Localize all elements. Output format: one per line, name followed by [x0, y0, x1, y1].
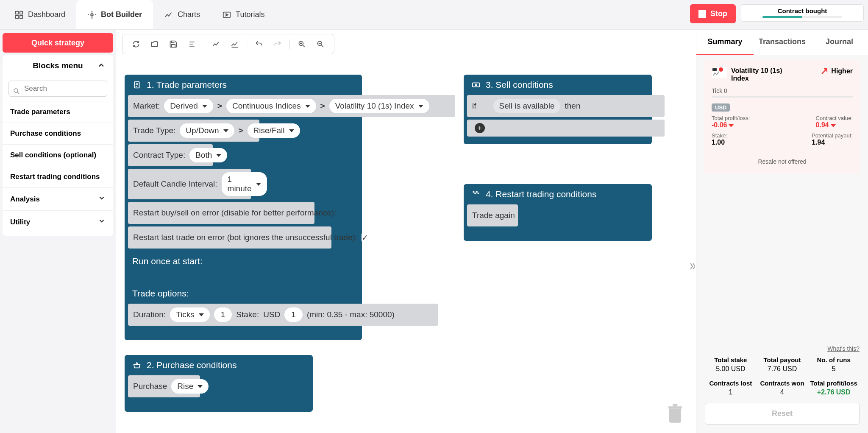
svg-rect-1 [20, 11, 22, 14]
trade-type-select-2[interactable]: Rise/Fall [248, 123, 300, 138]
market-select-1[interactable]: Derived [164, 99, 213, 113]
line-chart-button[interactable] [208, 36, 225, 53]
pl-value: -0.06 [712, 121, 750, 129]
index-badge-icon [712, 67, 727, 78]
tab-summary[interactable]: Summary [696, 30, 754, 55]
quick-strategy-button[interactable]: Quick strategy [3, 33, 113, 53]
duration-value[interactable]: 1 [214, 307, 232, 322]
status-box: Contract bought [741, 4, 864, 22]
trash-icon[interactable] [666, 402, 684, 425]
tab-charts[interactable]: Charts [153, 0, 211, 29]
redo-button[interactable] [269, 36, 286, 53]
block-trade-parameters[interactable]: 1. Trade parameters Market: Derived > Co… [125, 75, 362, 340]
collapse-handle[interactable] [688, 262, 695, 272]
svg-rect-14 [474, 193, 476, 194]
currency-badge: USD [712, 103, 730, 112]
stake-label: Stake: [236, 310, 259, 319]
if-label: if [472, 101, 476, 111]
right-tabs: Summary Transactions Journal [696, 30, 868, 55]
tab-tutorials[interactable]: Tutorials [211, 0, 275, 29]
undo-button[interactable] [250, 36, 267, 53]
tab-journal[interactable]: Journal [811, 30, 868, 55]
restart-last-checkbox[interactable]: ✓ [362, 232, 368, 243]
payout-label: Potential payout: [812, 132, 853, 139]
zoom-out-button[interactable] [312, 36, 329, 53]
arrow-up-icon [820, 67, 829, 75]
market-select-2[interactable]: Continuous Indices [226, 99, 316, 113]
area-chart-button[interactable] [226, 36, 243, 53]
trade-type-label: Trade Type: [133, 126, 175, 135]
restart-last-label: Restart last trade on error (bot ignores… [133, 233, 357, 242]
chevron-down-icon [98, 194, 106, 204]
block-sell-conditions[interactable]: 3. Sell conditions if Sell is available … [464, 75, 652, 144]
svg-rect-13 [476, 191, 478, 193]
candle-label: Default Candle Interval: [133, 179, 217, 189]
svg-rect-16 [712, 68, 717, 71]
zoom-in-button[interactable] [293, 36, 310, 53]
block-purchase-conditions[interactable]: 2. Purchase conditions Purchase Rise [125, 355, 313, 412]
menu-analysis[interactable]: Analysis [3, 187, 113, 210]
list-button[interactable] [184, 36, 200, 53]
menu-utility[interactable]: Utility [3, 210, 113, 233]
market-select-3[interactable]: Volatility 10 (1s) Index [329, 99, 429, 113]
index-title: Volatility 10 (1s) Index [731, 67, 790, 82]
payout-value: 1.94 [812, 139, 853, 146]
stake-currency: USD [263, 310, 280, 319]
flag-icon [471, 190, 481, 199]
open-button[interactable] [146, 36, 163, 53]
top-nav: Dashboard Bot Builder Charts Tutorials S… [0, 0, 868, 29]
sell-condition[interactable]: Sell is available [493, 99, 561, 113]
svg-rect-10 [473, 83, 480, 87]
block-title: 1. Trade parameters [147, 80, 227, 90]
tab-label: Tutorials [236, 10, 264, 19]
blocks-menu-title: Blocks menu [33, 61, 83, 70]
money-icon [471, 80, 481, 89]
reset-button[interactable]: Reset [705, 403, 860, 425]
tick-label: Tick 0 [712, 87, 853, 94]
menu-restart[interactable]: Restart trading conditions [3, 166, 113, 187]
menu-purchase-conditions[interactable]: Purchase conditions [3, 123, 113, 144]
save-button[interactable] [165, 36, 182, 53]
market-label: Market: [133, 101, 160, 111]
add-condition-button[interactable]: + [475, 123, 485, 133]
candle-select[interactable]: 1 minute [222, 172, 267, 196]
svg-rect-12 [473, 191, 475, 193]
menu-sell-conditions[interactable]: Sell conditions (optional) [3, 144, 113, 166]
tab-transactions[interactable]: Transactions [754, 30, 811, 55]
svg-point-11 [475, 84, 477, 86]
pl-label: Total profit/loss: [712, 115, 750, 121]
stop-label: Stop [710, 9, 727, 18]
right-panel: Summary Transactions Journal Volatility … [696, 30, 868, 433]
block-restart-conditions[interactable]: 4. Restart trading conditions Trade agai… [464, 184, 652, 241]
stop-button[interactable]: Stop [690, 4, 736, 23]
bottom-stats: What's this? Total stake5.00 USD Total p… [696, 339, 868, 433]
contract-type-select[interactable]: Both [189, 148, 227, 162]
svg-rect-2 [16, 15, 18, 18]
trade-options-header: Trade options: [125, 283, 362, 304]
direction-label: Higher [831, 67, 853, 75]
tab-bot-builder[interactable]: Bot Builder [76, 0, 153, 29]
purchase-select[interactable]: Rise [171, 379, 209, 394]
canvas[interactable]: 1. Trade parameters Market: Derived > Co… [116, 30, 696, 433]
search-input[interactable] [8, 81, 107, 97]
tab-dashboard[interactable]: Dashboard [3, 0, 76, 29]
menu-trade-parameters[interactable]: Trade parameters [3, 101, 113, 123]
clipboard-icon [132, 80, 142, 89]
duration-unit-select[interactable]: Ticks [170, 307, 210, 322]
block-title: 3. Sell conditions [486, 80, 553, 90]
run-once-header: Run once at start: [125, 251, 362, 271]
left-panel: Quick strategy Blocks menu Trade paramet… [0, 30, 116, 433]
svg-rect-3 [20, 15, 22, 18]
tab-label: Dashboard [28, 10, 65, 19]
stake-value[interactable]: 1 [284, 307, 303, 322]
resale-note: Resale not offered [712, 158, 853, 165]
purchase-label: Purchase [133, 382, 167, 391]
status-progress [762, 16, 842, 18]
blocks-menu-header[interactable]: Blocks menu [3, 59, 113, 75]
refresh-button[interactable] [128, 36, 145, 53]
whats-this-link[interactable]: What's this? [705, 345, 860, 352]
bot-icon [87, 10, 97, 20]
play-icon [222, 10, 231, 20]
trade-type-select-1[interactable]: Up/Down [180, 123, 234, 138]
svg-point-4 [91, 14, 93, 16]
